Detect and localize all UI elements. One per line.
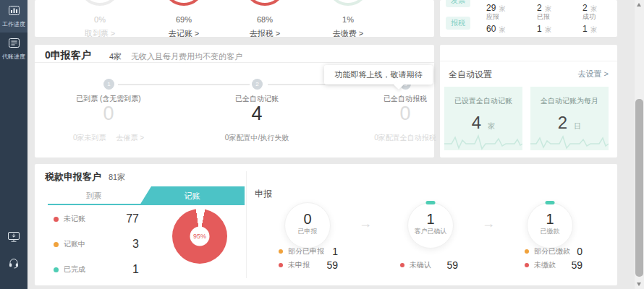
- summary-value: 1 家: [537, 22, 551, 35]
- pie-percent-label: 95%: [190, 227, 210, 246]
- progress-col-bookkeeping: 69% 去记账 >: [151, 0, 217, 37]
- step-dot-2: 2: [252, 79, 263, 90]
- ecg-line-icon: [444, 134, 522, 150]
- summary-value: 60 家: [486, 22, 506, 35]
- step-connector: [118, 84, 250, 85]
- sub-legend-partial-paid: 部分已缴款 0: [525, 246, 582, 257]
- zero-declare-panel: 0申报客户 4家 无收入且每月费用均不变的客户 1 2 3 已到票 (含无需到票…: [35, 45, 434, 158]
- sidebar-item-label: 代账进度: [0, 53, 27, 61]
- ledger-icon: [9, 38, 20, 50]
- declare-section-title: 申报: [255, 188, 272, 200]
- zero-declare-header: 0申报客户 4家 无收入且每月费用均不变的客户: [35, 45, 434, 63]
- coming-soon-tooltip: 功能即将上线，敬请期待: [324, 65, 433, 85]
- card-label: 全自动记账为每月: [530, 96, 609, 106]
- summary-value: 1 家: [582, 22, 597, 35]
- divider: [440, 61, 617, 61]
- step-value: 4: [192, 103, 322, 125]
- scrollbar-thumb[interactable]: [635, 99, 643, 277]
- go-bookkeeping-link[interactable]: 去记账 >: [151, 28, 217, 37]
- progress-col-pay: 1% 去缴费 >: [315, 0, 381, 37]
- tab-invoice-arrival[interactable]: 到票: [48, 186, 140, 205]
- summary-label: 成功: [582, 12, 596, 22]
- sidebar-item-label: 工作进度: [0, 20, 27, 28]
- card-value: 2日: [530, 113, 609, 133]
- panel-title: 全自动设置: [449, 69, 492, 81]
- step-note: 0家配置中/执行失败: [177, 133, 336, 143]
- red-dot-icon: [525, 263, 529, 267]
- arrow-right-icon: →: [482, 216, 495, 231]
- monitor-download-icon[interactable]: [8, 232, 20, 245]
- summary-label: 已报: [537, 12, 550, 22]
- card-value: 4家: [444, 113, 522, 133]
- sidebar-item-agency-progress[interactable]: 代账进度: [0, 33, 27, 65]
- go-pay-link[interactable]: 去缴费 >: [315, 28, 381, 37]
- panel-subtitle: 无收入且每月费用均不变的客户: [131, 51, 242, 62]
- bookkeeping-pie-chart: 95%: [172, 209, 227, 264]
- legend-item-unbooked: 未记账 77: [54, 212, 139, 226]
- legend-item-done: 已完成 1: [54, 262, 139, 277]
- summary-panel: 发票 29 家 2 家 2 家 报税 应报 已报 成功 60 家 1 家 1 家: [440, 0, 617, 37]
- arrow-right-icon: →: [359, 216, 372, 231]
- headset-icon[interactable]: [8, 258, 20, 272]
- summary-label: 应报: [486, 12, 499, 22]
- sidebar: 工作进度 代账进度: [0, 0, 27, 289]
- legend-item-booking: 记账中 3: [54, 237, 139, 251]
- sidebar-item-work-progress[interactable]: 工作进度: [0, 0, 27, 33]
- progress-col-collect-invoice: 0% 取到票 >: [67, 0, 133, 37]
- panel-title: 0申报客户: [45, 49, 91, 62]
- step-note: 0家未到票去催票 >: [29, 133, 188, 143]
- go-tax-file-link[interactable]: 去报税 >: [232, 28, 298, 37]
- tax-declare-panel: 税款申报客户 81家 到票 记账 未记账 77 记账中 3 已完成 1 95% …: [35, 164, 617, 285]
- go-settings-link[interactable]: 去设置 >: [578, 69, 609, 79]
- red-dot-icon: [279, 263, 283, 267]
- sub-legend-partial-declared: 部分已申报 1: [279, 246, 338, 257]
- teal-badge-icon: [426, 201, 436, 204]
- card-label: 已设置全自动记账: [444, 96, 522, 106]
- auto-bookkeeping-card: 已设置全自动记账 4家: [444, 87, 522, 150]
- orange-dot-icon: [525, 249, 529, 254]
- declared-circle: 0 已申报: [284, 202, 331, 249]
- sub-legend-unpaid: 未缴款 59: [525, 259, 582, 271]
- scroll-up-arrow-icon[interactable]: [637, 3, 641, 7]
- dashboard-screen: 工作进度 代账进度 0% 取到票 > 69% 去记账 >: [0, 0, 644, 289]
- progress-col-tax-file: 68% 去报税 >: [232, 0, 298, 37]
- red-dot-icon: [54, 217, 59, 222]
- tab-bookkeeping[interactable]: 记账: [140, 186, 245, 205]
- scrollbar: [635, 0, 644, 289]
- ecg-line-icon: [530, 134, 609, 150]
- urge-invoice-link[interactable]: 去催票 >: [116, 134, 144, 142]
- green-dot-icon: [54, 267, 59, 272]
- panel-count: 4家: [109, 51, 122, 62]
- panel-title: 税款申报客户: [45, 171, 101, 184]
- collect-invoice-link[interactable]: 取到票 >: [67, 28, 133, 37]
- bar-chart-icon: [9, 5, 20, 17]
- sidebar-bottom: [0, 232, 27, 285]
- sub-legend-unconfirmed: 未确认 59: [400, 259, 458, 271]
- auto-settings-panel: 全自动设置 去设置 > 已设置全自动记账 4家 全自动记账为每月 2日: [440, 45, 617, 158]
- invoice-badge: 发票: [446, 0, 470, 7]
- auto-bookkeeping-day-card: 全自动记账为每月 2日: [530, 87, 609, 150]
- teal-badge-icon: [546, 201, 555, 204]
- orange-dot-icon: [279, 249, 283, 254]
- paid-circle: 1 已缴款: [527, 202, 573, 249]
- tax-badge: 报税: [446, 17, 470, 30]
- red-dot-icon: [400, 263, 404, 267]
- sub-legend-undeclared: 未申报 59: [279, 259, 338, 271]
- step-value: 0: [43, 103, 174, 125]
- customer-confirmed-circle: 1 客户已确认: [407, 202, 454, 249]
- panel-count: 81家: [109, 172, 125, 183]
- monthly-progress-panel: 0% 取到票 > 69% 去记账 > 68% 去报税 > 1% 去缴费 >: [35, 0, 434, 37]
- orange-dot-icon: [54, 242, 59, 247]
- scroll-down-arrow-icon[interactable]: [637, 282, 641, 286]
- tab-bar: 到票 记账: [48, 186, 245, 205]
- step-dot-1: 1: [103, 79, 114, 90]
- vertical-divider: [246, 171, 247, 278]
